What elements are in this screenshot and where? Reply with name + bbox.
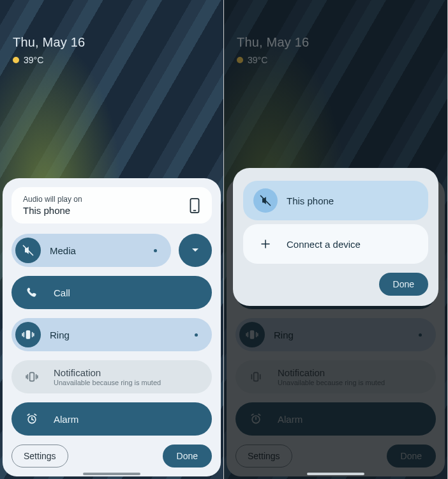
lockscreen-status: Thu, May 16 39°C [13, 35, 85, 65]
svg-line-17 [34, 414, 36, 416]
plus-icon [253, 232, 278, 256]
media-muted-icon [15, 238, 41, 263]
alarm-icon [19, 406, 45, 432]
home-indicator[interactable] [307, 473, 364, 475]
audio-output-label: Audio will play on [23, 195, 82, 204]
output-option-connect-device[interactable]: Connect a device [243, 224, 428, 264]
sun-icon [13, 57, 19, 63]
status-temperature: 39°C [24, 55, 43, 65]
panel-footer: Settings Done [11, 445, 212, 468]
call-label: Call [54, 287, 70, 298]
media-volume-slider[interactable]: Media [11, 234, 171, 267]
expand-media-button[interactable] [179, 234, 212, 267]
home-indicator[interactable] [83, 473, 140, 475]
media-muted-icon [253, 188, 278, 213]
screenshot-right: Thu, May 16 39°C Audio will play on This… [224, 0, 448, 479]
call-icon [19, 280, 45, 305]
status-date: Thu, May 16 [13, 35, 85, 50]
notification-label: Notification [54, 367, 161, 378]
output-option-label: This phone [287, 195, 334, 206]
output-option-label: Connect a device [287, 239, 361, 250]
settings-button[interactable]: Settings [11, 445, 68, 468]
ring-volume-slider[interactable]: Ring [11, 318, 212, 351]
phone-device-icon [189, 198, 200, 213]
output-option-this-phone[interactable]: This phone [243, 181, 428, 220]
notification-vibrate-icon [19, 364, 45, 390]
audio-output-value: This phone [23, 205, 82, 216]
modal-done-button[interactable]: Done [379, 273, 428, 296]
media-level-dot [154, 249, 157, 252]
svg-line-33 [261, 196, 271, 206]
done-button[interactable]: Done [163, 445, 212, 468]
notification-volume-slider: Notification Unavailable because ring is… [11, 360, 212, 393]
svg-rect-8 [30, 372, 34, 381]
media-label: Media [50, 245, 76, 256]
svg-line-2 [24, 246, 33, 255]
audio-output-texts: Audio will play on This phone [23, 195, 82, 216]
output-switcher-modal: This phone Connect a device Done [233, 168, 438, 306]
alarm-volume-slider[interactable]: Alarm [11, 402, 212, 436]
ring-vibrate-icon [15, 322, 41, 347]
alarm-label: Alarm [54, 414, 78, 425]
audio-output-card[interactable]: Audio will play on This phone [11, 187, 212, 224]
svg-line-15 [32, 420, 34, 420]
call-volume-slider[interactable]: Call [11, 276, 212, 309]
volume-panel: Audio will play on This phone Media [3, 178, 221, 476]
ring-label: Ring [50, 330, 70, 340]
status-weather: 39°C [13, 55, 85, 65]
svg-line-16 [27, 414, 29, 416]
svg-rect-3 [26, 330, 31, 338]
screenshot-left: Thu, May 16 39°C Audio will play on This… [0, 0, 224, 479]
notification-sublabel: Unavailable because ring is muted [54, 379, 161, 386]
ring-level-dot [195, 333, 198, 337]
